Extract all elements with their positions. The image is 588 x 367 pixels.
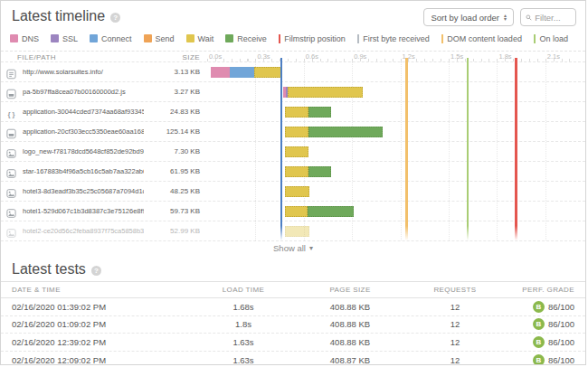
test-load-time: 1.8s: [187, 319, 299, 329]
svg-text:{ }: { }: [7, 110, 14, 118]
braces-icon: { }: [6, 107, 17, 118]
test-load-time: 1.68s: [187, 302, 299, 312]
waterfall-bar-area: [207, 102, 586, 121]
sort-by-load-order-button[interactable]: Sort by load order ▴▾: [423, 8, 514, 26]
test-page-size: 408.88 KB: [299, 319, 401, 329]
chevron-down-icon: ▾: [309, 244, 313, 252]
test-page-size: 408.87 KB: [299, 355, 401, 365]
grade-badge: B: [533, 318, 545, 330]
waterfall-bar-area: [207, 62, 586, 81]
grade-badge: B: [533, 354, 545, 365]
help-icon[interactable]: [91, 266, 101, 276]
timeline-row[interactable]: pa-5b97ffa8cea07b00160000d2.js3.27 KB: [1, 81, 585, 101]
waterfall-segment-wait: [285, 166, 309, 177]
sort-arrows-icon: ▴▾: [504, 14, 507, 21]
file-size: 125.14 KB: [144, 122, 200, 142]
waterfall-bar-area: [207, 142, 586, 161]
test-requests: 12: [401, 302, 509, 312]
legend-item-receive: Receive: [225, 34, 267, 43]
timeline-row[interactable]: application-20cf303ecc5350eae60aa168d23a…: [1, 121, 585, 141]
tests-title: Latest tests: [12, 261, 86, 278]
legend-swatch-icon: [90, 34, 98, 42]
waterfall-segment-wait: [288, 87, 363, 98]
timeline-row[interactable]: hotel3-8d3eadf3b35c25c05687a7094d1ccd0c8…: [1, 181, 585, 201]
waterfall-bar-area: [207, 82, 586, 101]
file-size: 3.27 KB: [144, 82, 200, 102]
requests-column-header: REQUESTS: [401, 286, 509, 294]
test-result-row: 02/16/2020 01:39:02 PM1.68s408.88 KB12B8…: [1, 298, 585, 316]
test-perf-grade: B86/100: [509, 301, 574, 313]
timeline-row[interactable]: hotel2-ce20d56c2feba8937f75ca5858b3410c7…: [1, 221, 585, 240]
file-path: hotel2-ce20d56c2feba8937f75ca5858b3410c7…: [23, 221, 144, 241]
test-perf-grade: B86/100: [509, 318, 574, 330]
performance-dashboard: Latest timeline Sort by load order ▴▾ DN…: [0, 0, 586, 365]
waterfall-bar-area: [207, 221, 586, 240]
show-all-button[interactable]: Show all ▾: [1, 240, 585, 255]
timeline-row[interactable]: hotel1-529d067c1b3d8387c3e75126e8f9a73e3…: [1, 201, 585, 221]
image-icon: [6, 146, 17, 157]
waterfall-segment-receive: [308, 107, 331, 118]
test-requests: 12: [401, 337, 509, 347]
waterfall-rows: http://www.solarsuites.info/3.13 KBpa-5b…: [1, 61, 585, 240]
grade-badge: B: [533, 336, 545, 348]
test-datetime: 02/16/2020 12:09:02 PM: [12, 355, 187, 365]
test-load-time: 1.63s: [187, 337, 299, 347]
timeline-row[interactable]: logo_new-f78178dcd5648cf852de92bd9ab7c68…: [1, 141, 585, 161]
test-page-size: 408.88 KB: [299, 302, 401, 312]
legend-item-wait: Wait: [186, 34, 214, 43]
legend-item-first_byte: First byte received: [357, 34, 430, 43]
test-perf-grade: B86/100: [509, 354, 574, 365]
file-path: hotel3-8d3eadf3b35c25c05687a7094d1ccd0c8…: [23, 182, 144, 202]
waterfall-segment-dns: [211, 67, 230, 78]
test-result-row: 02/16/2020 12:09:02 PM1.63s408.87 KB12B8…: [1, 352, 585, 366]
grade-score: 86/100: [548, 302, 574, 312]
timeline-row[interactable]: { }application-30044cded7374aa68af933450…: [1, 101, 585, 121]
filter-box[interactable]: [520, 8, 576, 26]
legend-swatch-icon: [225, 34, 233, 42]
size-column-header: SIZE: [144, 53, 200, 61]
waterfall-bar-area: [207, 122, 586, 141]
date-time-column-header: DATE & TIME: [12, 286, 187, 294]
waterfall-bar-area: [207, 182, 586, 201]
file-size: 59.73 KB: [144, 202, 200, 221]
test-page-size: 408.88 KB: [299, 337, 401, 347]
grade-score: 86/100: [548, 319, 574, 329]
legend-swatch-icon: [186, 34, 194, 42]
file-size: 7.30 KB: [144, 142, 200, 162]
file-path-column-header: FILE/PATH: [17, 53, 56, 61]
waterfall-bar-area: [207, 162, 586, 181]
legend-item-filmstrip: Filmstrip position: [279, 34, 346, 43]
image-icon: [6, 206, 17, 217]
image-icon: [6, 166, 17, 177]
tests-header: Latest tests: [1, 255, 585, 278]
legend-item-connect: Connect: [90, 34, 132, 43]
waterfall-segment-connect: [230, 67, 254, 78]
search-icon: [526, 14, 532, 22]
file-path: hotel1-529d067c1b3d8387c3e75126e8f9a73e3…: [23, 202, 144, 221]
timeline-row[interactable]: http://www.solarsuites.info/3.13 KB: [1, 61, 585, 81]
test-datetime: 02/16/2020 01:09:02 PM: [12, 319, 187, 329]
legend-swatch-icon: [10, 34, 18, 42]
waterfall-segment-receive: [308, 166, 331, 177]
legend-item-send: Send: [144, 34, 175, 43]
test-datetime: 02/16/2020 12:39:02 PM: [12, 337, 187, 347]
filter-input[interactable]: [535, 13, 571, 23]
file-size: 24.83 KB: [144, 102, 200, 122]
tests-column-headers: DATE & TIME LOAD TIME PAGE SIZE REQUESTS…: [1, 281, 585, 298]
file-size: 61.95 KB: [144, 162, 200, 182]
script-icon: [6, 127, 17, 137]
waterfall-segment-receive: [308, 206, 355, 217]
page-size-column-header: PAGE SIZE: [299, 286, 401, 294]
file-path: http://www.solarsuites.info/: [23, 62, 144, 82]
waterfall-segment-receive: [308, 127, 383, 137]
test-requests: 12: [401, 355, 509, 365]
perf-grade-column-header: PERF. GRADE: [509, 286, 574, 294]
legend-swatch-icon: [51, 34, 59, 42]
grade-score: 86/100: [548, 355, 574, 365]
on-load-line: [467, 58, 469, 240]
waterfall-bar-area: [207, 202, 586, 221]
grade-score: 86/100: [548, 337, 574, 347]
legend-item-dom_loaded: DOM content loaded: [441, 34, 522, 43]
help-icon[interactable]: [110, 13, 120, 23]
timeline-row[interactable]: star-167883b4f96a5cb16c5ab7aa322ab69af0f…: [1, 161, 585, 181]
